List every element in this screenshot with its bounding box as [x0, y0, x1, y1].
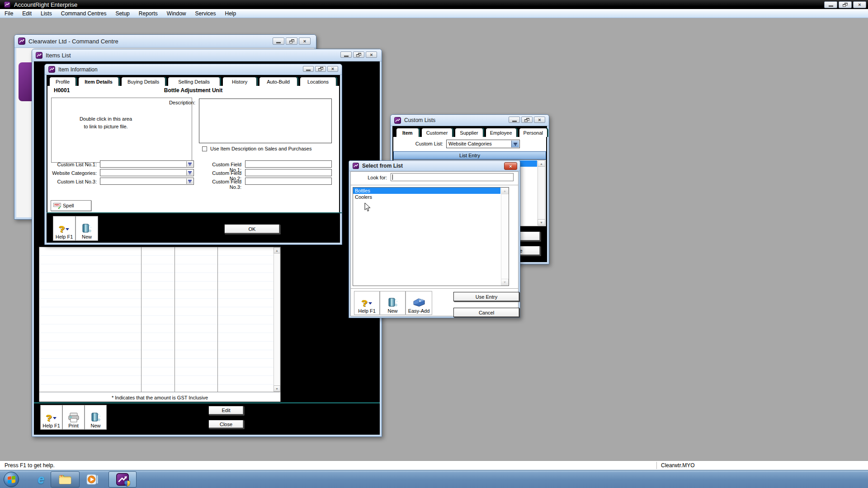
- custom-lists-restore-button[interactable]: [521, 117, 533, 123]
- items-table-scroll-down[interactable]: ▼: [274, 385, 280, 392]
- tab-item-details[interactable]: Item Details: [78, 77, 119, 86]
- tab-auto-build[interactable]: Auto-Build: [259, 77, 297, 86]
- taskbar-myob-button[interactable]: [108, 471, 137, 488]
- media-player-icon: [86, 473, 99, 486]
- spell-button[interactable]: ABC ✓ Spell: [51, 200, 91, 211]
- list-item[interactable]: Coolers: [353, 194, 500, 200]
- custom-lists-window-title: Custom Lists: [404, 117, 435, 123]
- tab-employee[interactable]: Employee: [486, 128, 517, 137]
- select-from-list-dialog: Select from List × Look for: Bottles Coo…: [349, 160, 520, 318]
- items-list-print-button[interactable]: Print: [62, 405, 85, 430]
- custom-field-1-input[interactable]: [245, 160, 332, 168]
- custom-lists-close-button[interactable]: ×: [534, 117, 545, 123]
- ok-button[interactable]: OK: [224, 224, 280, 234]
- menu-command-centres[interactable]: Command Centres: [57, 9, 111, 18]
- menu-help[interactable]: Help: [221, 9, 241, 18]
- dropdown-icon[interactable]: [511, 141, 519, 147]
- dropdown-icon[interactable]: [186, 161, 193, 167]
- menu-setup[interactable]: Setup: [111, 9, 134, 18]
- select-list-scroll-up[interactable]: ▲: [501, 188, 509, 194]
- table-column-divider: [217, 247, 218, 392]
- item-information-minimize-button[interactable]: [303, 66, 314, 72]
- tab-customer[interactable]: Customer: [421, 128, 453, 137]
- tab-personal[interactable]: Personal: [519, 128, 547, 137]
- tab-buying-details[interactable]: Buying Details: [121, 77, 165, 86]
- folder-icon: [58, 474, 72, 485]
- items-list-restore-button[interactable]: [353, 52, 364, 58]
- dialog-help-button[interactable]: ? Help F1: [354, 291, 380, 315]
- tab-history[interactable]: History: [222, 77, 257, 86]
- gst-note: * Indicates that the amount is GST Inclu…: [39, 394, 280, 402]
- app-minimize-button[interactable]: [824, 1, 837, 8]
- taskbar-ie-icon[interactable]: e: [33, 472, 49, 487]
- use-item-description-checkbox[interactable]: [202, 146, 207, 151]
- new-icon: [81, 223, 93, 234]
- menu-window[interactable]: Window: [162, 9, 191, 18]
- items-list-edit-button[interactable]: Edit: [208, 406, 244, 415]
- items-table-scroll-up[interactable]: ▲: [274, 247, 280, 253]
- select-list[interactable]: Bottles Coolers ▲ ▼: [353, 187, 509, 286]
- items-list-close-button[interactable]: ×: [366, 52, 377, 58]
- custom-list-3-combo[interactable]: [100, 178, 194, 185]
- use-entry-button[interactable]: Use Entry: [453, 292, 519, 301]
- custom-list-1-combo[interactable]: [100, 160, 194, 168]
- items-list-window-icon: [36, 52, 42, 59]
- command-centre-minimize-button[interactable]: [273, 38, 284, 45]
- dialog-close-button[interactable]: ×: [504, 162, 517, 170]
- tab-profile[interactable]: Profile: [49, 77, 76, 86]
- tab-selling-details[interactable]: Selling Details: [168, 77, 220, 86]
- dropdown-icon[interactable]: [186, 178, 193, 184]
- items-list-minimize-button[interactable]: [340, 52, 352, 58]
- item-information-help-button[interactable]: ? Help F1: [53, 216, 75, 241]
- dropdown-icon[interactable]: [186, 170, 193, 175]
- tab-supplier[interactable]: Supplier: [455, 128, 483, 137]
- command-centre-restore-button[interactable]: [286, 38, 297, 45]
- custom-field-3-input[interactable]: [245, 178, 332, 185]
- items-list-window-title: Items List: [46, 52, 71, 59]
- custom-field-2-input[interactable]: [245, 169, 332, 176]
- dialog-easy-add-button[interactable]: Easy-Add: [406, 291, 432, 315]
- items-table-scrollbar[interactable]: [274, 247, 280, 392]
- list-entry-header: List Entry: [393, 151, 546, 160]
- items-list-close-window-button[interactable]: Close: [208, 420, 244, 428]
- items-list-help-button[interactable]: ? Help F1: [40, 405, 62, 430]
- cancel-button[interactable]: Cancel: [453, 308, 519, 317]
- menu-edit[interactable]: Edit: [18, 9, 36, 18]
- app-restore-button[interactable]: [839, 1, 852, 8]
- app-close-button[interactable]: ×: [853, 1, 866, 8]
- select-list-scroll-down[interactable]: ▼: [501, 279, 509, 286]
- item-information-new-button[interactable]: New: [75, 216, 98, 241]
- item-information-body: Profile Item Details Buying Details Sell…: [47, 75, 340, 243]
- picture-area[interactable]: Double click in this area to link to pic…: [51, 98, 192, 163]
- select-list-scrollbar[interactable]: [501, 188, 509, 286]
- tab-locations[interactable]: Locations: [300, 77, 336, 86]
- taskbar-explorer-button[interactable]: [51, 471, 80, 488]
- menu-lists[interactable]: Lists: [36, 9, 57, 18]
- menu-reports[interactable]: Reports: [134, 9, 162, 18]
- command-centre-close-button[interactable]: ×: [299, 38, 311, 45]
- look-for-input[interactable]: [391, 173, 514, 181]
- item-information-close-button[interactable]: ×: [327, 66, 338, 72]
- custom-lists-minimize-button[interactable]: [509, 117, 520, 123]
- item-information-restore-button[interactable]: [315, 66, 326, 72]
- list-entry-scroll-up[interactable]: ▲: [538, 160, 545, 167]
- picture-hint: Double click in this area: [52, 115, 160, 123]
- list-entry-scrollbar[interactable]: [538, 160, 545, 225]
- menu-bar: File Edit Lists Command Centres Setup Re…: [0, 9, 868, 18]
- look-for-input-field[interactable]: [391, 174, 513, 181]
- item-information-window-title: Item Information: [58, 66, 98, 73]
- tab-item[interactable]: Item: [396, 128, 419, 137]
- taskbar-wmp-icon[interactable]: [84, 472, 100, 487]
- status-message: Press F1 to get help.: [5, 462, 55, 469]
- start-button[interactable]: [4, 472, 19, 487]
- description-input[interactable]: [199, 99, 332, 143]
- menu-services[interactable]: Services: [191, 9, 221, 18]
- dialog-new-button[interactable]: New: [380, 291, 406, 315]
- custom-list-combo[interactable]: Website Categories: [446, 140, 520, 148]
- website-categories-combo[interactable]: [100, 169, 194, 176]
- divider: [34, 402, 380, 404]
- items-list-new-button[interactable]: New: [85, 405, 107, 430]
- list-item[interactable]: Bottles: [353, 188, 500, 194]
- menu-file[interactable]: File: [0, 9, 18, 18]
- list-entry-scroll-down[interactable]: ▼: [538, 219, 545, 225]
